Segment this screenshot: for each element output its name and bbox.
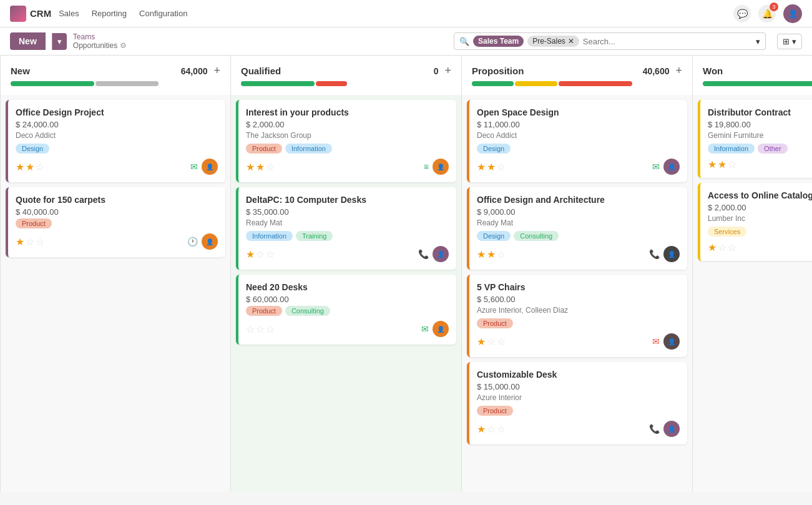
new-dropdown-button[interactable]: ▾ [52, 33, 67, 50]
star-empty[interactable]: ☆ [728, 242, 736, 253]
search-bar[interactable]: 🔍 Sales Team Pre-Sales ✕ ▾ [454, 32, 766, 50]
star-empty[interactable]: ☆ [497, 161, 506, 173]
tag-consulting[interactable]: Consulting [285, 306, 330, 316]
breadcrumb-parent[interactable]: Teams [73, 32, 127, 41]
star-filled[interactable]: ★ [256, 161, 265, 173]
star-filled[interactable]: ★ [477, 161, 486, 173]
logo-icon [10, 6, 26, 22]
star-empty[interactable]: ☆ [487, 336, 496, 348]
view-toggle[interactable]: ⊞ ▾ [777, 34, 802, 49]
col-title-won: Won [703, 66, 723, 76]
email-icon[interactable]: ✉ [421, 324, 429, 334]
tag-product[interactable]: Product [477, 318, 513, 328]
view-dropdown-icon[interactable]: ▾ [792, 37, 796, 46]
phone-icon[interactable]: 📞 [649, 424, 660, 434]
chat-icon[interactable]: 💬 [733, 5, 751, 22]
star-filled[interactable]: ★ [16, 236, 24, 248]
star-filled[interactable]: ★ [487, 161, 496, 173]
star-filled[interactable]: ★ [246, 248, 255, 260]
star-empty[interactable]: ☆ [718, 242, 726, 253]
new-button[interactable]: New [10, 32, 46, 50]
tag-other[interactable]: Other [758, 144, 788, 154]
tag-services[interactable]: Services [708, 227, 746, 237]
app-logo[interactable]: CRM [10, 6, 51, 22]
card-amount: $ 11,000.00 [477, 120, 680, 129]
star-empty[interactable]: ☆ [256, 248, 265, 260]
kanban-card[interactable]: Interest in your products $ 2,000.00 The… [236, 100, 456, 182]
tag-training[interactable]: Training [296, 231, 333, 241]
search-input[interactable] [583, 37, 752, 46]
tag-information[interactable]: Information [246, 231, 293, 241]
email-icon[interactable]: ✉ [652, 336, 660, 346]
phone-icon[interactable]: 📞 [649, 249, 660, 259]
star-filled[interactable]: ★ [718, 159, 726, 170]
col-amount-new: 64,000 [181, 66, 208, 76]
star-empty[interactable]: ☆ [266, 248, 275, 260]
col-add-new[interactable]: + [213, 64, 220, 77]
email-icon[interactable]: ✉ [190, 162, 198, 172]
kanban-card[interactable]: Distributor Contract $ 19,800.00 Gemini … [698, 100, 812, 178]
star-filled[interactable]: ★ [477, 336, 486, 348]
star-empty[interactable]: ☆ [497, 336, 506, 348]
nav-configuration[interactable]: Configuration [139, 9, 187, 18]
star-filled[interactable]: ★ [16, 161, 24, 173]
kanban-card[interactable]: Quote for 150 carpets $ 40,000.00 Produc… [6, 187, 225, 257]
tag-information[interactable]: Information [708, 144, 755, 154]
tag-product[interactable]: Product [16, 218, 52, 228]
kanban-card[interactable]: Open Space Design $ 11,000.00 Deco Addic… [467, 100, 687, 182]
email-icon[interactable]: ✉ [652, 162, 660, 172]
star-filled[interactable]: ★ [708, 242, 717, 253]
tag-design[interactable]: Design [477, 231, 511, 241]
star-empty[interactable]: ☆ [497, 248, 506, 260]
star-empty[interactable]: ☆ [256, 323, 265, 335]
tag-product[interactable]: Product [246, 144, 282, 154]
star-filled[interactable]: ★ [477, 248, 486, 260]
tag-information[interactable]: Information [285, 144, 332, 154]
star-empty[interactable]: ☆ [36, 236, 44, 248]
card-tags: InformationTraining [246, 231, 449, 241]
star-empty[interactable]: ☆ [497, 423, 506, 435]
kanban-card[interactable]: Need 20 Desks $ 60,000.00 ProductConsult… [236, 275, 456, 345]
tag-consulting[interactable]: Consulting [514, 231, 559, 241]
star-filled[interactable]: ★ [487, 248, 496, 260]
phone-icon[interactable]: 📞 [418, 249, 429, 259]
star-empty[interactable]: ☆ [266, 161, 275, 173]
star-empty[interactable]: ☆ [266, 323, 275, 335]
card-stars: ★★☆ [708, 159, 736, 170]
card-tags: Product [16, 218, 218, 228]
tag-product[interactable]: Product [246, 306, 282, 316]
kanban-card[interactable]: Access to Online Catalog $ 2,000.00 Lumb… [698, 183, 812, 261]
col-add-qualified[interactable]: + [444, 64, 451, 77]
user-avatar[interactable]: 👤 [783, 4, 802, 23]
star-filled[interactable]: ★ [26, 161, 34, 173]
settings-icon[interactable]: ⚙ [120, 41, 127, 50]
star-filled[interactable]: ★ [246, 161, 255, 173]
remove-filter-button[interactable]: ✕ [568, 37, 574, 46]
col-header-qualified: Qualified 0 + [231, 56, 461, 95]
kanban-card[interactable]: DeltaPC: 10 Computer Desks $ 35,000.00 R… [236, 187, 456, 270]
star-filled[interactable]: ★ [708, 159, 717, 170]
star-empty[interactable]: ☆ [728, 159, 736, 170]
search-dropdown-icon[interactable]: ▾ [756, 37, 760, 46]
list-icon[interactable]: ≡ [424, 162, 429, 172]
col-add-proposition[interactable]: + [675, 64, 682, 77]
star-filled[interactable]: ★ [477, 423, 486, 435]
kanban-card[interactable]: Office Design Project $ 24,000.00 Deco A… [6, 100, 225, 182]
kanban-card[interactable]: Office Design and Architecture $ 9,000.0… [467, 187, 687, 270]
nav-reporting[interactable]: Reporting [92, 9, 127, 18]
star-empty[interactable]: ☆ [36, 161, 44, 173]
sales-team-tag[interactable]: Sales Team [473, 36, 524, 47]
star-empty[interactable]: ☆ [26, 236, 34, 248]
kanban-card[interactable]: 5 VP Chairs $ 5,600.00 Azure Interior, C… [467, 275, 687, 357]
nav-sales[interactable]: Sales [59, 9, 79, 18]
tag-design[interactable]: Design [16, 144, 49, 154]
clock-icon[interactable]: 🕐 [187, 237, 198, 247]
tag-design[interactable]: Design [477, 144, 511, 154]
kanban-card[interactable]: Customizable Desk $ 15,000.00 Azure Inte… [467, 362, 687, 444]
star-empty[interactable]: ☆ [246, 323, 255, 335]
card-stars: ★☆☆ [477, 423, 506, 435]
notification-icon[interactable]: 🔔 3 [758, 5, 776, 22]
tag-product[interactable]: Product [477, 406, 513, 416]
star-empty[interactable]: ☆ [487, 423, 496, 435]
card-avatar: 👤 [433, 321, 449, 337]
